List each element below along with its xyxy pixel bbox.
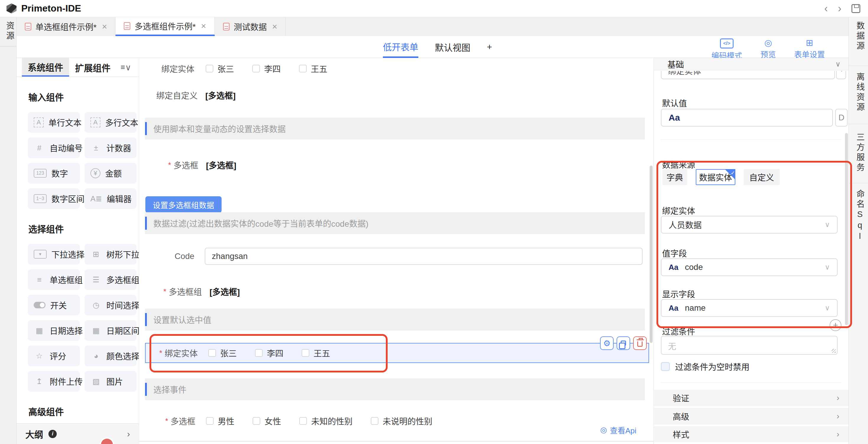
view-api-link[interactable]: ◎ 查看Api <box>600 424 637 436</box>
form-canvas[interactable]: 绑定实体 张三 李四 王五 绑定自定义 [多选框] 使用脚本和变量动态的设置选择… <box>139 58 653 444</box>
display-field-select[interactable]: Aa name ∨ <box>661 299 838 317</box>
checkbox[interactable] <box>253 417 260 425</box>
resize-handle-icon[interactable] <box>832 349 836 353</box>
data-source-tab-entity[interactable]: 数据实体 ✓ <box>696 169 735 185</box>
inspector-section-advanced[interactable]: 高级 › <box>654 408 848 424</box>
palette-item-multi-line-text[interactable]: A多行文本 <box>85 112 136 133</box>
field-code: Code <box>175 248 194 265</box>
inspector-scrollbar[interactable] <box>845 133 848 325</box>
checkbox[interactable] <box>661 362 670 371</box>
field-checkbox-group[interactable]: * 多选框组 [多选框] <box>163 285 240 298</box>
palette-tab-extension[interactable]: 扩展组件 <box>69 58 116 77</box>
default-value-d-button[interactable]: D <box>835 109 848 126</box>
palette-item-date-picker[interactable]: ▦日期选择 <box>28 320 80 341</box>
palette-item-number-range[interactable]: 1~3数字区间 <box>28 188 80 209</box>
set-checkbox-data-button[interactable]: 设置多选框组数据 <box>145 196 222 213</box>
code-input[interactable]: zhangsan <box>205 248 643 265</box>
chevron-right-icon[interactable]: › <box>127 429 130 439</box>
filter-condition-textarea[interactable]: 无 <box>661 336 838 355</box>
doc-tab-radio-example[interactable]: 单选框组件示例* × <box>17 17 116 36</box>
field-tag: [多选框] <box>206 159 236 171</box>
delete-button[interactable] <box>633 336 647 350</box>
view-tab-default-view[interactable]: 默认视图 <box>435 36 470 58</box>
default-value-input[interactable]: Aa <box>661 109 833 126</box>
close-icon[interactable]: × <box>102 22 107 32</box>
palette-item-single-line-text[interactable]: A单行文本 <box>28 112 80 133</box>
field-bind-entity[interactable]: 绑定实体 张三 李四 王五 <box>161 62 327 75</box>
palette-item-editor[interactable]: A≣编辑器 <box>85 188 136 209</box>
checkbox[interactable] <box>299 65 307 72</box>
checkbox-label: 李四 <box>264 63 281 75</box>
chevron-down-icon[interactable]: ∨ <box>125 63 131 72</box>
palette-item-color-picker[interactable]: ◕颜色选择 <box>85 346 136 366</box>
form-settings-button[interactable]: ⊞ 表单设置 <box>794 38 825 61</box>
palette-item-rating[interactable]: ☆评分 <box>28 346 80 366</box>
checkbox[interactable] <box>206 65 213 72</box>
list-icon[interactable]: ≡ <box>121 63 125 72</box>
value-field-select[interactable]: Aa code ∨ <box>661 258 838 276</box>
inspector-section-style[interactable]: 样式 › <box>654 426 848 442</box>
field-gender-checkbox[interactable]: * 多选框 男性 女性 未知的性别 未说明的性别 <box>165 414 432 428</box>
checkbox[interactable] <box>206 417 214 425</box>
palette-item-radio-group[interactable]: ≡单选框组 <box>28 269 80 290</box>
clipped-suffix-button[interactable]: · <box>836 71 846 79</box>
field-bind-custom[interactable]: 绑定自定义 [多选框] <box>156 89 236 102</box>
palette-item-time-picker[interactable]: ◷时间选择 <box>85 295 136 316</box>
palette-item-attachment-upload[interactable]: ↥附件上传 <box>28 371 80 392</box>
palette-item-date-range[interactable]: ▦日期区间 <box>85 320 136 341</box>
checkbox[interactable] <box>299 417 307 425</box>
data-source-tab-dictionary[interactable]: 字典 <box>662 169 687 185</box>
star-icon: ☆ <box>34 352 45 361</box>
close-icon[interactable]: × <box>201 21 206 31</box>
rail-item-resources[interactable]: 资源 <box>4 21 16 41</box>
save-icon[interactable] <box>851 4 860 13</box>
code-mode-button[interactable]: </> 编码模式 <box>711 38 742 61</box>
checkbox[interactable] <box>252 65 260 72</box>
close-icon[interactable]: × <box>272 22 277 32</box>
palette-item-checkbox-group[interactable]: ☰多选框组 <box>85 269 136 290</box>
add-filter-button[interactable]: + <box>830 319 841 331</box>
palette-item-dropdown[interactable]: ▾下拉选择 <box>28 244 80 265</box>
palette-item-currency[interactable]: ¥金额 <box>85 163 136 184</box>
canvas-scrollbar[interactable] <box>650 166 653 343</box>
palette-item-switch[interactable]: 开关 <box>28 295 80 316</box>
field-checkbox[interactable]: * 多选框 [多选框] <box>168 158 236 172</box>
selected-field-bind-entity[interactable]: * 绑定实体 张三 李四 王五 <box>145 343 649 363</box>
nav-back-icon[interactable]: ‹ <box>824 3 828 14</box>
duplicate-button[interactable] <box>617 336 630 350</box>
checkbox[interactable] <box>255 349 262 357</box>
inspector-panel: 基础 ∨ 绑定实体 · 默认值 Aa D 数据来源 字典 数据实体 ✓ 自定义 … <box>653 58 848 444</box>
inspector-section-validation[interactable]: 验证 › <box>654 390 848 406</box>
bind-entity-select[interactable]: 人员数据 ∨ <box>661 216 838 234</box>
rail-item-third-party-services[interactable]: 三方服务 <box>854 133 866 173</box>
palette-item-number[interactable]: 123数字 <box>28 163 80 184</box>
palette-item-auto-number[interactable]: #自动编号 <box>28 138 80 158</box>
inspector-section-basic[interactable]: 基础 ∨ <box>654 58 848 70</box>
checkbox[interactable] <box>208 349 216 357</box>
checkbox-label: 王五 <box>311 63 327 75</box>
rail-item-offline-resources[interactable]: 离线资源 <box>854 72 866 113</box>
checkbox[interactable] <box>371 417 378 425</box>
palette-item-counter[interactable]: ±计数器 <box>85 138 136 158</box>
palette-item-image[interactable]: ▧图片 <box>85 371 136 392</box>
settings-gear-button[interactable]: ⚙ <box>600 336 614 350</box>
filter-empty-disable-option[interactable]: 过滤条件为空时禁用 <box>661 361 749 373</box>
rail-item-named-sql[interactable]: 命名Sql <box>854 189 866 242</box>
rail-item-datasource[interactable]: 数据源 <box>854 21 866 52</box>
palette-item-tree-dropdown[interactable]: ⊞树形下拉 <box>85 244 136 265</box>
preview-button[interactable]: ◎ 预览 <box>761 38 776 61</box>
view-tab-lowcode-form[interactable]: 低开表单 <box>383 36 418 58</box>
nav-forward-icon[interactable]: › <box>838 3 841 14</box>
checkbox-group-icon: ☰ <box>90 275 102 285</box>
outline-bar[interactable]: 大纲 i › <box>17 423 139 444</box>
add-view-button[interactable]: + <box>487 36 492 58</box>
checkbox[interactable] <box>302 349 309 357</box>
doc-tab-checkbox-example[interactable]: 多选框组件示例* × <box>116 17 215 36</box>
clipped-title-input[interactable]: 绑定实体 <box>661 71 835 79</box>
doc-tab-test-data[interactable]: 测试数据 × <box>215 17 286 36</box>
palette-tab-system[interactable]: 系统组件 <box>22 58 69 77</box>
app-title: Primeton-IDE <box>21 3 81 14</box>
required-asterisk: * <box>163 287 166 296</box>
time-picker-icon: ◷ <box>90 301 102 310</box>
data-source-tab-custom[interactable]: 自定义 <box>744 169 780 185</box>
